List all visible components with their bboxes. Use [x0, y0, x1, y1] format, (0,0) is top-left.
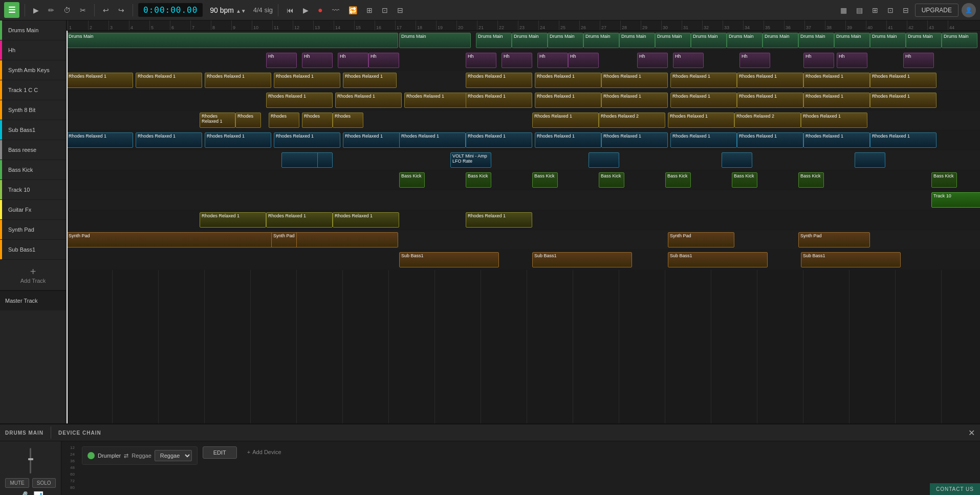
clip[interactable]: Rhodes Relaxed 1	[200, 112, 235, 128]
track-lane-subbass1b[interactable]: Sub Bass1Sub Bass1Sub Bass1Sub Bass1	[67, 250, 980, 270]
track-item-guitarfx[interactable]: Guitar Fx	[0, 200, 66, 220]
clock-tool-button[interactable]: ⏱	[60, 4, 74, 16]
clip[interactable]: Track 10	[931, 192, 980, 208]
clip[interactable]: Rhodes	[235, 112, 261, 128]
clip[interactable]: Rhodes Relaxed 1	[274, 73, 340, 88]
clip[interactable]: Hh	[368, 53, 399, 68]
clip[interactable]	[317, 152, 333, 168]
clip[interactable]: Hh	[837, 53, 867, 68]
clip[interactable]: Rhodes Relaxed 1	[535, 93, 601, 108]
bars-icon[interactable]: 📊	[33, 491, 43, 495]
clip[interactable]: Drums Main	[798, 33, 834, 48]
clip[interactable]: Bass Kick	[599, 172, 624, 188]
clip[interactable]: Drums Main	[906, 33, 942, 48]
track-lane-bassreese[interactable]: VOLT Mini - Amp LFO Rate	[67, 150, 980, 170]
tool5-button[interactable]: ⊞	[363, 4, 376, 16]
contact-us-button[interactable]: CONTACT US	[930, 483, 980, 495]
clip[interactable]: Rhodes Relaxed 1	[601, 132, 668, 148]
volume-fader[interactable]	[30, 448, 31, 474]
play-button[interactable]: ▶	[300, 4, 312, 16]
track-lane-synth8bit[interactable]: Rhodes Relaxed 1RhodesRhodesRhodesRhodes…	[67, 110, 980, 130]
track-lane-hh[interactable]: HhHhHhHhHhHhHhHhHhHhHhHhHhHh	[67, 51, 980, 71]
clip[interactable]: Rhodes Relaxed 1	[801, 112, 867, 128]
clip[interactable]: Rhodes Relaxed 2	[734, 112, 801, 128]
track-item-subbass1b[interactable]: Sub Bass1	[0, 240, 66, 260]
clip[interactable]: Rhodes Relaxed 1	[200, 212, 266, 228]
clip[interactable]: Drums Main	[763, 33, 798, 48]
track-item-bassreese[interactable]: Bass reese	[0, 140, 66, 160]
clip[interactable]: Rhodes Relaxed 1	[136, 132, 202, 148]
track-lane-drums-main[interactable]: Drums MainDrums MainDrums MainDrums Main…	[67, 31, 980, 51]
redo-button[interactable]: ↪	[115, 4, 127, 16]
clip[interactable]: Hh	[302, 53, 333, 68]
clip[interactable]: Hh	[673, 53, 704, 68]
clip[interactable]: Rhodes Relaxed 1	[737, 73, 803, 88]
clip[interactable]: Drums Main	[870, 33, 906, 48]
mic-icon[interactable]: 🎤	[18, 491, 28, 495]
clip[interactable]: Rhodes Relaxed 1	[205, 132, 271, 148]
clip[interactable]: Rhodes Relaxed 1	[67, 132, 133, 148]
clip[interactable]: Drums Main	[583, 33, 619, 48]
skip-back-button[interactable]: ⏮	[284, 4, 297, 16]
undo-button[interactable]: ↩	[100, 4, 112, 16]
clip[interactable]: Sub Bass1	[399, 252, 499, 267]
clip[interactable]: Drums Main	[655, 33, 691, 48]
clip[interactable]: Rhodes Relaxed 1	[404, 93, 471, 108]
clip[interactable]: Bass Kick	[466, 172, 491, 188]
menu-button[interactable]: ☰	[4, 2, 19, 18]
track-item-basskick[interactable]: Bass Kick	[0, 160, 66, 180]
clip[interactable]: Drums Main	[727, 33, 763, 48]
clip[interactable]: Rhodes Relaxed 1	[274, 132, 340, 148]
clip[interactable]: Rhodes Relaxed 1	[870, 132, 937, 148]
clip[interactable]: Rhodes Relaxed 1	[335, 93, 402, 108]
clip[interactable]: Drums Main	[942, 33, 977, 48]
clip[interactable]: Hh	[637, 53, 668, 68]
clip[interactable]: Bass Kick	[532, 172, 558, 188]
clip[interactable]	[722, 152, 752, 168]
clip[interactable]: Drums Main	[691, 33, 727, 48]
clip[interactable]: Rhodes Relaxed 1	[870, 73, 937, 88]
track-item-synth8bit[interactable]: Synth 8 Bit	[0, 100, 66, 120]
clip[interactable]: Hh	[266, 53, 297, 68]
clip[interactable]: Rhodes	[302, 112, 333, 128]
clip[interactable]: Rhodes Relaxed 1	[670, 93, 737, 108]
view1-button[interactable]: ▦	[837, 4, 850, 16]
clip[interactable]: Drums Main	[619, 33, 655, 48]
track-item-synth-amb[interactable]: Synth Amb Keys	[0, 60, 66, 80]
clip[interactable]: Bass Kick	[931, 172, 957, 188]
clip[interactable]: Drums Main	[834, 33, 870, 48]
view4-button[interactable]: ⊡	[884, 4, 897, 16]
view2-button[interactable]: ▤	[853, 4, 866, 16]
waveform-button[interactable]: 〰	[329, 4, 342, 16]
track-item-subbass1[interactable]: Sub Bass1	[0, 120, 66, 140]
clip[interactable]: Hh	[803, 53, 834, 68]
track-item-track1cc[interactable]: Track 1 C C	[0, 80, 66, 100]
clip[interactable]: Rhodes Relaxed 1	[670, 73, 737, 88]
clip[interactable]: Bass Kick	[732, 172, 757, 188]
clip[interactable]: Hh	[903, 53, 934, 68]
clip[interactable]: Rhodes Relaxed 1	[466, 132, 532, 148]
clip[interactable]: Sub Bass1	[801, 252, 901, 267]
clip[interactable]: Sub Bass1	[668, 252, 768, 267]
clip[interactable]: Hh	[338, 53, 368, 68]
track-lane-guitarfx[interactable]: Rhodes Relaxed 1Rhodes Relaxed 1Rhodes R…	[67, 210, 980, 230]
avatar[interactable]: 👤	[962, 3, 976, 17]
clip[interactable]: Hh	[568, 53, 599, 68]
clip[interactable]: Synth Pad	[668, 232, 734, 248]
clip[interactable]: Rhodes Relaxed 1	[535, 73, 601, 88]
clip[interactable]: Rhodes Relaxed 1	[136, 73, 202, 88]
solo-button[interactable]: SOLO	[32, 478, 56, 488]
clip[interactable]: Rhodes Relaxed 1	[266, 212, 333, 228]
clip[interactable]: Synth Pad	[798, 232, 870, 248]
clip[interactable]: Rhodes Relaxed 1	[466, 73, 532, 88]
select-tool-button[interactable]: ▶	[30, 4, 42, 16]
clip[interactable]: Bass Kick	[399, 172, 425, 188]
clip[interactable]: Synth Pad	[271, 232, 297, 248]
upgrade-button[interactable]: UPGRADE	[915, 4, 959, 17]
device-preset-select[interactable]: Reggae Rock Jazz	[155, 450, 192, 461]
track-lane-synth-amb[interactable]: Rhodes Relaxed 1Rhodes Relaxed 1Rhodes R…	[67, 71, 980, 91]
clip[interactable]: Bass Kick	[665, 172, 691, 188]
clip[interactable]: Rhodes Relaxed 1	[870, 93, 937, 108]
clip[interactable]: Hh	[739, 53, 770, 68]
view3-button[interactable]: ⊞	[869, 4, 881, 16]
